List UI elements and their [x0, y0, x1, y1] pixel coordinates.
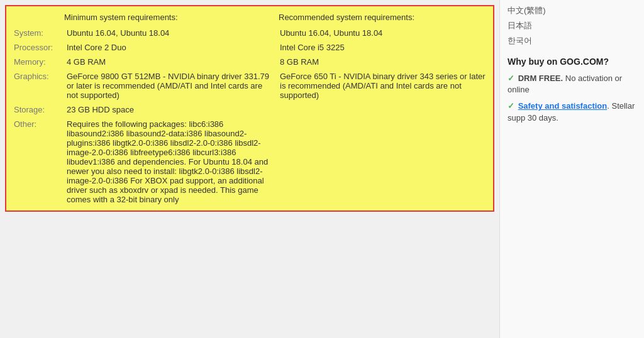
requirement-row: Other:Requires the following packages: l… — [14, 119, 486, 204]
requirement-cols: GeForce 9800 GT 512MB - NVIDIA binary dr… — [67, 72, 486, 100]
check-icon: ✓ — [508, 74, 517, 83]
requirement-rec-value: 8 GB RAM — [280, 57, 486, 67]
requirement-min-value: GeForce 9800 GT 512MB - NVIDIA binary dr… — [67, 72, 277, 100]
requirements-header-row: Minimum system requirements: Recommended… — [14, 13, 486, 22]
requirement-row: Processor:Intel Core 2 DuoIntel Core i5 … — [14, 43, 486, 52]
requirement-rec-value — [280, 105, 486, 114]
requirement-min-value: Ubuntu 16.04, Ubuntu 18.04 — [67, 28, 277, 38]
requirements-box: Minimum system requirements: Recommended… — [5, 5, 494, 212]
requirement-min-value: Intel Core 2 Duo — [67, 43, 277, 52]
requirement-min-value: 4 GB RAM — [67, 57, 277, 67]
sidebar: 中文(繁體)日本語한국어 Why buy on GOG.COM? ✓ DRM F… — [499, 0, 644, 338]
requirement-min-value: Requires the following packages: libc6:i… — [67, 119, 277, 204]
benefit-item: ✓ Safety and satisfaction. Stellar supp … — [508, 101, 636, 123]
benefit-bold: Safety and satisfaction — [518, 101, 608, 111]
language-link[interactable]: 한국어 — [508, 35, 636, 46]
requirement-cols: 4 GB RAM8 GB RAM — [67, 57, 486, 67]
requirement-rec-value: Intel Core i5 3225 — [280, 43, 486, 52]
requirement-cols: Intel Core 2 DuoIntel Core i5 3225 — [67, 43, 486, 52]
requirement-rec-value: GeForce 650 Ti - NVIDIA binary driver 34… — [280, 72, 486, 100]
rec-requirements-header: Recommended system requirements: — [279, 13, 486, 22]
requirement-rec-value — [280, 119, 486, 204]
requirement-row: Storage:23 GB HDD space — [14, 105, 486, 114]
benefit-link[interactable]: Safety and satisfaction — [518, 101, 608, 111]
requirement-row: Graphics:GeForce 9800 GT 512MB - NVIDIA … — [14, 72, 486, 100]
requirements-table: System:Ubuntu 16.04, Ubuntu 18.04Ubuntu … — [14, 28, 486, 204]
requirement-row: System:Ubuntu 16.04, Ubuntu 18.04Ubuntu … — [14, 28, 486, 38]
requirement-label: System: — [14, 28, 64, 38]
main-content: Minimum system requirements: Recommended… — [0, 0, 499, 338]
why-buy-title: Why buy on GOG.COM? — [508, 57, 636, 67]
requirement-cols: 23 GB HDD space — [67, 105, 486, 114]
language-link[interactable]: 日本語 — [508, 20, 636, 31]
benefits-container: ✓ DRM FREE. No activation or online✓ Saf… — [508, 73, 636, 124]
requirement-cols: Requires the following packages: libc6:i… — [67, 119, 486, 204]
requirement-min-value: 23 GB HDD space — [67, 105, 277, 114]
requirement-label: Graphics: — [14, 72, 64, 100]
benefit-item: ✓ DRM FREE. No activation or online — [508, 73, 636, 95]
requirement-row: Memory:4 GB RAM8 GB RAM — [14, 57, 486, 67]
benefit-bold: DRM FREE. — [518, 74, 564, 83]
requirement-label: Storage: — [14, 105, 64, 114]
why-buy-section: Why buy on GOG.COM? ✓ DRM FREE. No activ… — [508, 57, 636, 124]
language-link[interactable]: 中文(繁體) — [508, 5, 636, 16]
spacer — [14, 13, 64, 22]
language-links: 中文(繁體)日本語한국어 — [508, 5, 636, 46]
requirement-label: Memory: — [14, 57, 64, 67]
requirement-label: Other: — [14, 119, 64, 204]
min-requirements-header: Minimum system requirements: — [64, 13, 276, 22]
check-icon: ✓ — [508, 101, 517, 111]
header-cols: Minimum system requirements: Recommended… — [64, 13, 486, 22]
requirement-cols: Ubuntu 16.04, Ubuntu 18.04Ubuntu 16.04, … — [67, 28, 486, 38]
requirement-label: Processor: — [14, 43, 64, 52]
requirement-rec-value: Ubuntu 16.04, Ubuntu 18.04 — [280, 28, 486, 38]
